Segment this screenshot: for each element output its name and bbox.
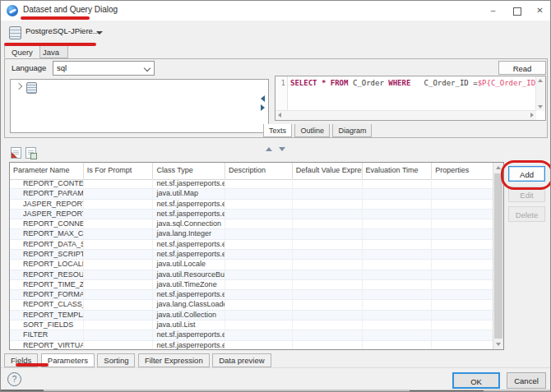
tab-parameters[interactable]: Parameters xyxy=(41,353,95,367)
collapse-left-icon[interactable] xyxy=(261,95,265,102)
table-cell xyxy=(84,270,154,279)
scrollbar-thumb[interactable] xyxy=(494,173,502,339)
col-class-type[interactable]: Class Type xyxy=(153,163,225,179)
cancel-button[interactable]: Cancel xyxy=(507,372,546,389)
doc-copy-icon[interactable] xyxy=(25,147,36,159)
table-cell xyxy=(363,270,433,279)
collapse-right-icon[interactable] xyxy=(261,104,265,111)
table-body: REPORT_CONTEXTnet.sf.jasperreports.e...R… xyxy=(10,179,493,349)
tree-expand-chevron-icon[interactable] xyxy=(16,83,22,90)
tab-diagram[interactable]: Diagram xyxy=(332,124,372,137)
data-adapter-select[interactable]: PostgreSQL-JPiere... xyxy=(6,24,111,43)
table-cell xyxy=(225,229,293,238)
class-type-cell: java.util.Map xyxy=(153,189,225,198)
scroll-up-icon[interactable] xyxy=(496,166,501,169)
table-cell xyxy=(432,179,493,188)
class-type-cell: java.util.ResourceBu... xyxy=(153,270,225,279)
scroll-right-icon[interactable] xyxy=(530,113,534,118)
table-row[interactable]: SORT_FIELDSjava.util.List xyxy=(10,321,493,330)
tab-java-bean[interactable]: Java Bean xyxy=(35,45,68,58)
tab-filter-expression[interactable]: Filter Expression xyxy=(138,353,210,367)
table-row[interactable]: REPORT_MAX_CO...java.lang.Integer xyxy=(10,229,493,239)
table-row[interactable]: REPORT_CONNEC...java.sql.Connection xyxy=(10,219,493,229)
param-name-cell: REPORT_RESOURC... xyxy=(10,270,84,279)
editor-vertical-scrollbar[interactable] xyxy=(535,76,545,111)
table-row[interactable]: JASPER_REPORTnet.sf.jasperreports.e... xyxy=(10,210,493,219)
table-row[interactable]: JASPER_REPORTS_...net.sf.jasperreports.e… xyxy=(10,200,493,210)
sash-up-icon[interactable] xyxy=(266,147,272,151)
table-cell xyxy=(363,341,433,350)
language-select[interactable]: sql xyxy=(53,61,155,76)
table-row[interactable]: REPORT_RESOURC...java.util.ResourceBu... xyxy=(10,270,493,280)
scroll-up-icon[interactable] xyxy=(538,79,543,82)
param-name-cell: REPORT_TEMPLAT... xyxy=(10,311,84,320)
col-description[interactable]: Description xyxy=(225,163,293,179)
sql-token: SELECT xyxy=(290,79,317,87)
param-name-cell: REPORT_DATA_SO... xyxy=(10,240,84,249)
class-type-cell: java.lang.ClassLoader xyxy=(153,300,225,309)
table-cell xyxy=(293,210,363,219)
table-row[interactable]: REPORT_CONTEXTnet.sf.jasperreports.e... xyxy=(10,179,493,189)
table-vertical-scrollbar[interactable] xyxy=(493,163,503,349)
doc-red-arrow-icon[interactable] xyxy=(11,147,21,159)
maximize-button[interactable] xyxy=(505,1,529,21)
table-row[interactable]: REPORT_LOCALEjava.util.Locale xyxy=(10,260,493,270)
sql-editor[interactable]: 1 SELECT * FROM C_Order WHERE C_Order_ID… xyxy=(275,76,546,121)
table-row[interactable]: REPORT_DATA_SO...net.sf.jasperreports.e.… xyxy=(10,240,493,250)
col-properties[interactable]: Properties xyxy=(432,163,493,179)
tab-outline[interactable]: Outline xyxy=(294,124,330,137)
close-button[interactable]: ✕ xyxy=(528,1,551,21)
table-cell xyxy=(363,210,433,219)
table-cell xyxy=(293,300,363,309)
col-is-for-prompt[interactable]: Is For Prompt xyxy=(84,163,154,179)
tab-texts[interactable]: Texts xyxy=(263,124,292,137)
table-row[interactable]: REPORT_TEMPLAT...java.util.Collection xyxy=(10,311,493,321)
ok-button[interactable]: OK xyxy=(452,372,500,389)
param-name-cell: JASPER_REPORT xyxy=(10,210,84,219)
table-cell xyxy=(84,290,154,299)
param-name-cell: REPORT_FORMAT_... xyxy=(10,290,84,299)
table-row[interactable]: FILTERnet.sf.jasperreports.e... xyxy=(10,330,493,340)
table-cell xyxy=(225,260,293,269)
minimize-button[interactable]: – xyxy=(481,1,505,21)
sql-query-text[interactable]: SELECT * FROM C_Order WHERE C_Order_ID =… xyxy=(290,79,539,87)
query-tree-panel[interactable] xyxy=(10,79,269,133)
table-row[interactable]: REPORT_FORMAT_...net.sf.jasperreports.e.… xyxy=(10,290,493,300)
help-button[interactable]: ? xyxy=(7,372,21,386)
delete-button[interactable]: Delete xyxy=(508,206,545,222)
horizontal-sash[interactable] xyxy=(264,140,289,146)
table-cell xyxy=(293,321,363,330)
tab-query[interactable]: Query xyxy=(4,45,40,58)
col-evaluation-time[interactable]: Evaluation Time xyxy=(363,163,433,179)
table-cell xyxy=(84,210,154,219)
scroll-down-icon[interactable] xyxy=(538,105,543,108)
table-row[interactable]: REPORT_VIRTUALI...net.sf.jasperreports.e… xyxy=(10,341,493,350)
table-cell xyxy=(84,189,154,198)
panel-splitter[interactable] xyxy=(261,95,267,115)
table-cell xyxy=(432,200,493,209)
col-default-value[interactable]: Default Value Express... xyxy=(293,163,363,179)
sql-token: C_Order xyxy=(348,79,388,87)
table-row[interactable]: REPORT_CLASS_L...java.lang.ClassLoader xyxy=(10,300,493,310)
table-cell xyxy=(84,330,154,339)
table-cell xyxy=(363,229,433,238)
footer-bar: ? OK Cancel xyxy=(1,367,550,391)
table-row[interactable]: REPORT_SCRIPTLETnet.sf.jasperreports.e..… xyxy=(10,250,493,260)
scroll-left-icon[interactable] xyxy=(278,113,281,118)
col-parameter-name[interactable]: Parameter Name xyxy=(10,163,84,179)
scroll-down-icon[interactable] xyxy=(496,343,501,346)
read-fields-button[interactable]: Read Fields xyxy=(498,61,546,75)
tab-data-preview[interactable]: Data preview xyxy=(212,353,271,367)
table-row[interactable]: REPORT_TIME_ZO...java.util.TimeZone xyxy=(10,280,493,290)
table-cell xyxy=(225,210,293,219)
table-cell xyxy=(432,330,493,339)
editor-horizontal-scrollbar[interactable] xyxy=(276,110,536,120)
table-cell xyxy=(84,260,154,269)
tab-sorting[interactable]: Sorting xyxy=(97,353,135,367)
table-row[interactable]: REPORT_PARAME...java.util.Map xyxy=(10,189,493,199)
table-cell xyxy=(293,200,363,209)
sash-down-icon[interactable] xyxy=(279,147,285,151)
class-type-cell: java.util.List xyxy=(153,321,225,330)
param-name-cell: REPORT_TIME_ZO... xyxy=(10,280,84,289)
line-number: 1 xyxy=(281,79,285,87)
